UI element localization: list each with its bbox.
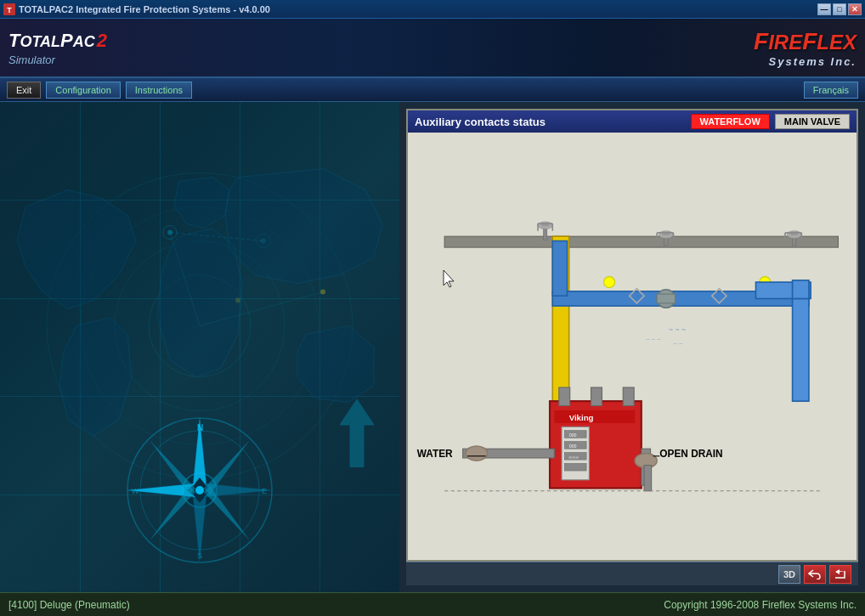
svg-text:~ ~ ~: ~ ~ ~	[646, 336, 661, 343]
title-bar: T TOTALPAC2 Integrated Fire Protection S…	[0, 0, 865, 19]
svg-point-82	[466, 446, 488, 461]
minimize-button[interactable]: —	[817, 3, 831, 15]
right-panel: Auxiliary contacts status WATERFLOW MAIN…	[399, 102, 865, 592]
svg-rect-61	[793, 280, 809, 299]
svg-text:000: 000	[569, 444, 577, 449]
main-content: N S E W Auxiliary contacts status WATERF…	[0, 102, 865, 592]
title-controls: — □ ✕	[817, 3, 862, 15]
bottom-toolbar: 3D	[406, 562, 858, 585]
return-arrow-icon	[834, 569, 846, 579]
header: TOTALPAC 2 Simulator FIREFLEX Systems In…	[0, 19, 865, 78]
main-valve-button[interactable]: MAIN VALVE	[775, 114, 850, 129]
app-icon: T	[3, 3, 15, 15]
svg-text:N: N	[197, 423, 203, 432]
nav-bar: Exit Configuration Instructions Français	[0, 78, 865, 102]
svg-rect-74	[564, 463, 586, 471]
svg-rect-33	[444, 236, 838, 247]
svg-rect-36	[552, 241, 567, 297]
aux-diagram: ~ ~ ~ ~ ~ ~ ~ ~ Viking 000	[408, 133, 857, 560]
system-diagram: ~ ~ ~ ~ ~ ~ ~ ~ Viking 000	[408, 133, 857, 560]
svg-text:WATER: WATER	[417, 448, 453, 460]
svg-text:OPEN DRAIN: OPEN DRAIN	[659, 448, 722, 460]
fireflex-logo: FIREFLEX Systems Inc.	[754, 28, 857, 68]
svg-rect-80	[623, 387, 634, 406]
decorative-arrows	[331, 399, 382, 467]
waterflow-button[interactable]: WATERFLOW	[691, 114, 770, 129]
svg-marker-31	[340, 399, 374, 467]
app-title-2: 2	[97, 30, 107, 52]
svg-text:~ ~: ~ ~	[673, 341, 682, 348]
compass-rose: N S E W	[123, 414, 276, 567]
configuration-button[interactable]: Configuration	[46, 82, 120, 99]
header-left: TOTALPAC 2 Simulator	[8, 30, 107, 66]
exit-button[interactable]: Exit	[7, 82, 41, 99]
francais-button[interactable]: Français	[804, 82, 858, 99]
aux-title: Auxiliary contacts status	[415, 116, 546, 128]
fireflex-logo-text: FIREFLEX	[754, 28, 857, 55]
svg-text:E: E	[262, 487, 267, 495]
left-panel: N S E W	[0, 102, 399, 592]
close-button[interactable]: ✕	[848, 3, 862, 15]
aux-panel: Auxiliary contacts status WATERFLOW MAIN…	[406, 109, 858, 562]
maximize-button[interactable]: □	[833, 3, 846, 15]
svg-point-55	[604, 277, 615, 288]
systems-text: Systems Inc.	[769, 55, 857, 68]
status-right: Copyright 1996-2008 Fireflex Systems Inc…	[664, 599, 857, 611]
app-subtitle: Simulator	[8, 54, 107, 66]
app-title-total: TOTALPAC	[8, 30, 95, 52]
svg-rect-87	[644, 466, 652, 491]
status-left: [4100] Deluge (Pneumatic)	[8, 599, 130, 611]
svg-text:S: S	[197, 551, 202, 560]
svg-text:⊕⊕⊕: ⊕⊕⊕	[568, 455, 579, 460]
svg-text:~ ~ ~: ~ ~ ~	[669, 325, 686, 334]
aux-header: Auxiliary contacts status WATERFLOW MAIN…	[408, 110, 857, 133]
back-button[interactable]	[804, 565, 826, 584]
svg-text:Viking: Viking	[569, 413, 594, 422]
3d-button[interactable]: 3D	[778, 565, 800, 584]
instructions-button[interactable]: Instructions	[126, 82, 192, 99]
svg-rect-68	[554, 410, 635, 423]
svg-text:000: 000	[569, 432, 577, 438]
return-button[interactable]	[829, 565, 851, 584]
svg-point-26	[195, 486, 204, 494]
logo-area: FIREFLEX Systems Inc.	[754, 28, 857, 68]
svg-rect-79	[591, 387, 602, 406]
aux-buttons: WATERFLOW MAIN VALVE	[691, 114, 851, 129]
svg-text:T: T	[7, 6, 12, 14]
status-bar: [4100] Deluge (Pneumatic) Copyright 1996…	[0, 592, 865, 616]
window-title: TOTALPAC2 Integrated Fire Protection Sys…	[19, 4, 270, 14]
title-bar-left: T TOTALPAC2 Integrated Fire Protection S…	[3, 3, 270, 15]
undo-icon	[808, 569, 822, 579]
svg-rect-63	[657, 294, 676, 303]
svg-rect-78	[559, 387, 570, 406]
svg-text:W: W	[132, 487, 139, 495]
svg-rect-59	[793, 291, 809, 401]
